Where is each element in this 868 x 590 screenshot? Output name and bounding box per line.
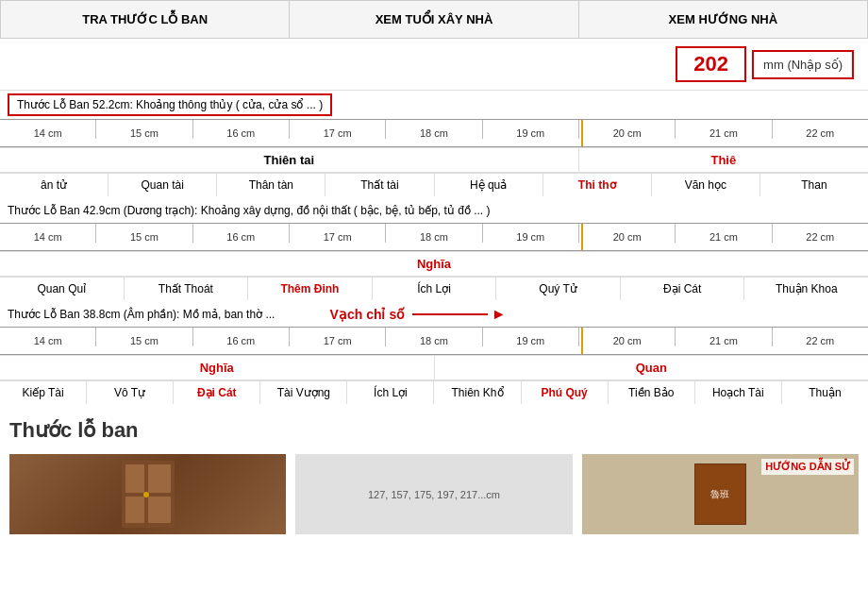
ruler-image: 127, 157, 175, 197, 217...cm bbox=[295, 454, 572, 534]
book-image: 魯班 HƯỚNG DẪN SỬ bbox=[582, 454, 859, 534]
section2-info: Thước Lỗ Ban 42.9cm (Dương trạch): Khoản… bbox=[0, 198, 868, 223]
cell-than: Than bbox=[760, 174, 868, 196]
nav-tra-thuoc[interactable]: TRA THƯỚC LỖ BAN bbox=[1, 1, 290, 38]
section3-title-nghia: Nghĩa bbox=[0, 356, 435, 379]
ruler-cm: 17 cm bbox=[290, 224, 386, 243]
cell-thi-tho: Thi thơ bbox=[543, 174, 652, 196]
section3-ruler-labels: 14 cm 15 cm 16 cm 17 cm 18 cm 19 cm 20 c… bbox=[0, 328, 868, 346]
cell-quan-qui: Quan Quỉ bbox=[0, 278, 125, 300]
cell-than-tan: Thân tàn bbox=[217, 174, 326, 196]
ruler-cm: 22 cm bbox=[773, 120, 868, 139]
cell-kiep-tai: Kiếp Tài bbox=[0, 381, 87, 404]
cell-quan-tai: Quan tài bbox=[108, 174, 217, 196]
cell-an-tu: ân tử bbox=[0, 174, 108, 196]
cell-ich-loi: Ích Lợi bbox=[373, 278, 497, 300]
cell-that-tai: Thất tài bbox=[326, 174, 434, 196]
section3-cells: Kiếp Tài Vô Tự Đại Cát Tài Vượng Ích Lợi… bbox=[0, 380, 868, 404]
cell-thuan-khoa: Thuận Khoa bbox=[744, 278, 868, 300]
ruler-cm: 21 cm bbox=[676, 224, 772, 243]
app-container: TRA THƯỚC LỖ BAN XEM TUỔI XÂY NHÀ XEM HƯ… bbox=[0, 0, 868, 548]
cell-phu-quy: Phú Quý bbox=[522, 381, 609, 404]
nav-xem-huong[interactable]: XEM HƯỚNG NHÀ bbox=[579, 1, 867, 38]
section3-title-quan: Quan bbox=[435, 356, 869, 379]
section3-info-row: Thước Lỗ Ban 38.8cm (Âm phần): Mồ mả, ba… bbox=[0, 302, 868, 327]
section1-cells: ân tử Quan tài Thân tàn Thất tài Hệ quả … bbox=[0, 173, 868, 196]
cell-thien-kho: Thiên Khổ bbox=[434, 381, 521, 404]
svg-rect-4 bbox=[148, 497, 171, 523]
section3-ruler-band: 14 cm 15 cm 16 cm 17 cm 18 cm 19 cm 20 c… bbox=[0, 327, 868, 355]
huong-dan-label: HƯỚNG DẪN SỬ bbox=[761, 459, 854, 475]
nav-xem-tuoi[interactable]: XEM TUỔI XÂY NHÀ bbox=[290, 1, 578, 38]
svg-rect-3 bbox=[148, 464, 171, 493]
ruler-cm: 19 cm bbox=[483, 328, 579, 346]
bottom-section: Thước lỗ ban 127, 157, 175, 197, 217...c… bbox=[0, 404, 868, 548]
ruler-cm: 16 cm bbox=[193, 224, 290, 243]
cell-that-thoat: Thất Thoát bbox=[125, 278, 249, 300]
ruler-cm: 20 cm bbox=[579, 120, 676, 139]
ruler-cm: 15 cm bbox=[96, 328, 192, 346]
vach-chi-so-label: Vạch chỉ số ► bbox=[330, 306, 507, 323]
ruler-cm: 18 cm bbox=[386, 224, 482, 243]
cell-quy-tu: Quý Tử bbox=[496, 278, 621, 300]
cell-hoach-tai: Hoạch Tài bbox=[695, 381, 782, 404]
ruler-cm: 21 cm bbox=[676, 328, 772, 346]
ruler-cm: 15 cm bbox=[96, 120, 192, 139]
section1-ruler-labels: 14 cm 15 cm 16 cm 17 cm 18 cm 19 cm 20 c… bbox=[0, 120, 868, 139]
section2-ruler-band: 14 cm 15 cm 16 cm 17 cm 18 cm 19 cm 20 c… bbox=[0, 223, 868, 251]
bottom-heading: Thước lỗ ban bbox=[9, 418, 859, 443]
cell-van-hoc: Văn học bbox=[652, 174, 760, 196]
section1-ruler-band: 14 cm 15 cm 16 cm 17 cm 18 cm 19 cm 20 c… bbox=[0, 119, 868, 147]
ruler-cm: 20 cm bbox=[579, 328, 676, 346]
ruler-cm: 14 cm bbox=[0, 120, 96, 139]
ruler-cm: 19 cm bbox=[483, 224, 579, 243]
ruler-cm: 18 cm bbox=[386, 328, 482, 346]
section3: Thước Lỗ Ban 38.8cm (Âm phần): Mồ mả, ba… bbox=[0, 302, 868, 404]
section2-ruler-labels: 14 cm 15 cm 16 cm 17 cm 18 cm 19 cm 20 c… bbox=[0, 224, 868, 243]
section1-title-right: Thiê bbox=[579, 148, 868, 172]
section2-title: Nghĩa bbox=[0, 251, 868, 277]
ruler-cm: 18 cm bbox=[386, 120, 482, 139]
svg-point-5 bbox=[143, 492, 149, 497]
input-section: mm (Nhập số) bbox=[0, 39, 868, 91]
ruler-cm: 19 cm bbox=[483, 120, 579, 139]
cell-vo-tu: Vô Tự bbox=[87, 381, 174, 404]
ruler-cm: 15 cm bbox=[96, 224, 192, 243]
cell-them-dinh: Thêm Đinh bbox=[248, 278, 373, 300]
ruler-cm: 16 cm bbox=[193, 120, 290, 139]
ruler-cm: 16 cm bbox=[193, 328, 290, 346]
cell-he-qua: Hệ quả bbox=[435, 174, 543, 196]
section3-title-row: Nghĩa Quan bbox=[0, 355, 868, 380]
section2-cells: Quan Quỉ Thất Thoát Thêm Đinh Ích Lợi Qu… bbox=[0, 277, 868, 300]
image-row: 127, 157, 175, 197, 217...cm 魯班 HƯỚNG DẪ… bbox=[9, 454, 859, 534]
ruler-cm: 17 cm bbox=[290, 328, 386, 346]
section2: Thước Lỗ Ban 42.9cm (Dương trạch): Khoản… bbox=[0, 198, 868, 300]
svg-rect-1 bbox=[125, 464, 144, 493]
cell-thuan: Thuận bbox=[782, 381, 868, 404]
unit-label: mm (Nhập số) bbox=[752, 50, 854, 79]
cell-ich-loi-3: Ích Lợi bbox=[347, 381, 434, 404]
cell-dai-cat-3: Đại Cát bbox=[174, 381, 260, 404]
nav-bar: TRA THƯỚC LỖ BAN XEM TUỔI XÂY NHÀ XEM HƯ… bbox=[0, 0, 868, 39]
cell-dai-cat-2: Đại Cát bbox=[621, 278, 745, 300]
section1: Thước Lỗ Ban 52.2cm: Khoảng thông thủy (… bbox=[0, 91, 868, 196]
cell-tai-vuong: Tài Vượng bbox=[260, 381, 347, 404]
section1-info: Thước Lỗ Ban 52.2cm: Khoảng thông thủy (… bbox=[0, 91, 868, 119]
arrow-container: ► bbox=[412, 306, 506, 323]
ruler-cm: 14 cm bbox=[0, 328, 96, 346]
ruler-cm: 22 cm bbox=[773, 224, 868, 243]
svg-rect-2 bbox=[125, 497, 144, 523]
door-image bbox=[9, 454, 286, 534]
ruler-cm: 17 cm bbox=[290, 120, 386, 139]
ruler-cm: 14 cm bbox=[0, 224, 96, 243]
section1-title-row: Thiên tai Thiê bbox=[0, 147, 868, 173]
section1-title-left: Thiên tai bbox=[0, 148, 579, 172]
section3-ruler: 14 cm 15 cm 16 cm 17 cm 18 cm 19 cm 20 c… bbox=[0, 327, 868, 355]
ruler-cm: 22 cm bbox=[773, 328, 868, 346]
door-svg bbox=[120, 459, 176, 530]
section1-ruler: 14 cm 15 cm 16 cm 17 cm 18 cm 19 cm 20 c… bbox=[0, 119, 868, 147]
ruler-cm: 20 cm bbox=[579, 224, 676, 243]
section2-ruler: 14 cm 15 cm 16 cm 17 cm 18 cm 19 cm 20 c… bbox=[0, 223, 868, 251]
ruler-cm: 21 cm bbox=[676, 120, 772, 139]
cell-tien-bao: Tiền Bảo bbox=[609, 381, 695, 404]
mm-input[interactable] bbox=[676, 46, 746, 82]
